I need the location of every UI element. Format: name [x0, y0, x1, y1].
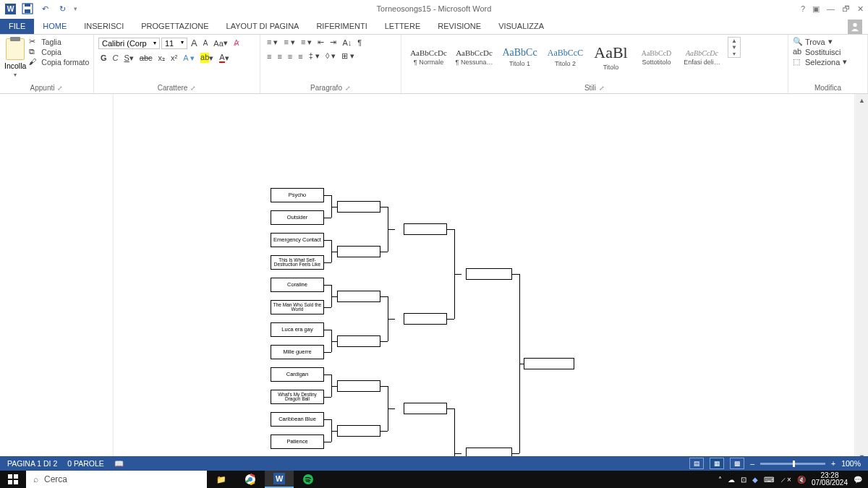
meet-icon[interactable]: ◆	[752, 476, 758, 484]
style-item[interactable]: AaBbCcDSottotitolo	[634, 37, 679, 77]
underline-button[interactable]: S ▾	[122, 53, 136, 64]
save-icon[interactable]	[22, 3, 33, 14]
format-painter-button[interactable]: 🖌Copia formato	[29, 57, 89, 67]
tab-review[interactable]: REVISIONE	[429, 19, 490, 34]
print-layout-button[interactable]: ▦	[710, 458, 724, 469]
multilevel-list-button[interactable]: ≡ ▾	[299, 37, 314, 48]
select-button[interactable]: ⬚Seleziona ▾	[793, 57, 847, 67]
increase-indent-button[interactable]: ⇥	[328, 37, 339, 48]
show-marks-button[interactable]: ¶	[355, 38, 364, 48]
close-icon[interactable]: ✕	[857, 4, 864, 14]
qat-dropdown-icon[interactable]: ▾	[74, 5, 77, 12]
zoom-slider[interactable]	[760, 463, 825, 465]
paragraph-launcher-icon[interactable]: ⤢	[345, 85, 351, 92]
bracket-entry[interactable]: Coraline	[271, 278, 324, 292]
bracket-slot[interactable]	[524, 358, 574, 369]
sort-button[interactable]: A↓	[340, 38, 354, 48]
style-item[interactable]: AaBbCcTitolo 1	[497, 37, 542, 77]
bracket-entry[interactable]: Mille guerre	[271, 345, 324, 359]
tab-view[interactable]: VISUALIZZA	[490, 19, 553, 34]
font-name-combo[interactable]: Calibri (Corp▾	[98, 38, 160, 49]
subscript-button[interactable]: x₂	[156, 53, 168, 64]
highlight-button[interactable]: ab ▾	[198, 52, 216, 64]
shrink-font-button[interactable]: A	[201, 38, 210, 48]
superscript-button[interactable]: x²	[169, 53, 179, 63]
web-layout-button[interactable]: ▩	[730, 458, 744, 469]
bracket-entry[interactable]: Psycho	[271, 188, 324, 202]
read-mode-button[interactable]: ▤	[689, 458, 704, 469]
style-item[interactable]: AaBbCcDc¶ Nessuna…	[451, 37, 497, 77]
justify-button[interactable]: ≡	[296, 51, 305, 61]
redo-icon[interactable]: ↻	[56, 3, 68, 14]
bracket-entry[interactable]: The Man Who Sold the World	[271, 300, 324, 314]
bracket-slot[interactable]	[337, 246, 380, 257]
text-effects-button[interactable]: A ▾	[181, 53, 197, 64]
tab-file[interactable]: FILE	[0, 19, 34, 34]
style-item[interactable]: AaBlTitolo	[588, 37, 634, 77]
paste-button[interactable]: Incolla ▾	[4, 37, 26, 78]
bracket-entry[interactable]: Luca era gay	[271, 322, 324, 337]
decrease-indent-button[interactable]: ⇤	[315, 37, 326, 48]
replace-button[interactable]: abSostituisci	[793, 47, 847, 56]
font-launcher-icon[interactable]: ⤢	[190, 85, 196, 92]
bold-button[interactable]: G	[98, 53, 109, 63]
user-avatar[interactable]	[848, 20, 862, 34]
styles-launcher-icon[interactable]: ⤢	[599, 85, 605, 92]
notifications-icon[interactable]: 💬	[854, 476, 862, 484]
bracket-slot[interactable]	[337, 335, 380, 347]
wifi-icon[interactable]: ⟋×	[780, 476, 791, 484]
document-area[interactable]: PsychoOutsiderEmergency ContactThis Is W…	[0, 94, 868, 463]
style-item[interactable]: AaBbCcCTitolo 2	[542, 37, 588, 77]
zoom-in-button[interactable]: +	[831, 459, 835, 468]
clipboard-launcher-icon[interactable]: ⤢	[57, 85, 63, 92]
bracket-entry[interactable]: What's My Destiny Dragon Ball	[271, 390, 324, 404]
word-count[interactable]: 0 PAROLE	[67, 459, 104, 468]
styles-scroll[interactable]: ▲▼▾	[728, 37, 741, 58]
borders-button[interactable]: ⊞ ▾	[339, 51, 357, 61]
taskbar-search[interactable]: ⌕Cerca	[26, 471, 207, 488]
ribbon-display-icon[interactable]: ▣	[812, 4, 820, 14]
tray-status-icon[interactable]: ⊡	[741, 476, 746, 484]
bracket-entry[interactable]: Caribbean Blue	[271, 412, 324, 427]
minimize-icon[interactable]: —	[827, 4, 835, 13]
scroll-up-icon[interactable]: ▲	[856, 94, 868, 106]
strikethrough-button[interactable]: abc	[137, 53, 155, 63]
bracket-entry[interactable]: Patience	[271, 435, 324, 449]
zoom-out-button[interactable]: –	[750, 459, 754, 468]
bracket-entry[interactable]: Outsider	[271, 210, 324, 225]
clear-formatting-button[interactable]: A̷	[231, 38, 242, 48]
bracket-slot[interactable]	[337, 380, 380, 392]
bracket-entry[interactable]: This Is What Self-Destruction Feels Like	[271, 255, 324, 270]
bullet-list-button[interactable]: ≡ ▾	[265, 37, 280, 48]
volume-icon[interactable]: 🔇	[797, 476, 806, 484]
styles-gallery[interactable]: AaBbCcDc¶ NormaleAaBbCcDc¶ Nessuna…AaBbC…	[406, 37, 725, 77]
bracket-slot[interactable]	[466, 268, 512, 280]
file-explorer-icon[interactable]: 📁	[207, 471, 236, 488]
shading-button[interactable]: ◊ ▾	[323, 51, 339, 61]
tab-references[interactable]: RIFERIMENTI	[307, 19, 375, 34]
taskbar-clock[interactable]: 23:2807/08/2024	[812, 472, 848, 487]
bracket-slot[interactable]	[404, 313, 447, 325]
restore-icon[interactable]: 🗗	[842, 4, 850, 13]
bracket-slot[interactable]	[404, 223, 447, 235]
help-icon[interactable]: ?	[801, 4, 805, 13]
undo-icon[interactable]: ↶	[39, 3, 51, 14]
copy-button[interactable]: ⧉Copia	[29, 47, 89, 56]
bracket-slot[interactable]	[337, 291, 380, 302]
bracket-entry[interactable]: Cardigan	[271, 367, 324, 382]
chrome-icon[interactable]	[236, 471, 265, 488]
align-center-button[interactable]: ≡	[275, 51, 284, 61]
language-icon[interactable]: ⌨	[764, 476, 774, 484]
bracket-entry[interactable]: Emergency Contact	[271, 233, 324, 247]
bracket-slot[interactable]	[404, 403, 447, 414]
font-size-combo[interactable]: 11▾	[161, 38, 187, 49]
bracket-slot[interactable]	[337, 425, 380, 437]
style-item[interactable]: AaBbCcDc¶ Normale	[406, 37, 451, 77]
word-taskbar-icon[interactable]: W	[265, 471, 294, 488]
grow-font-button[interactable]: A	[189, 37, 200, 49]
tab-layout[interactable]: LAYOUT DI PAGINA	[218, 19, 308, 34]
italic-button[interactable]: C	[111, 53, 121, 63]
align-left-button[interactable]: ≡	[265, 51, 273, 61]
page-indicator[interactable]: PAGINA 1 DI 2	[7, 459, 57, 468]
find-button[interactable]: 🔍Trova ▾	[793, 37, 847, 46]
